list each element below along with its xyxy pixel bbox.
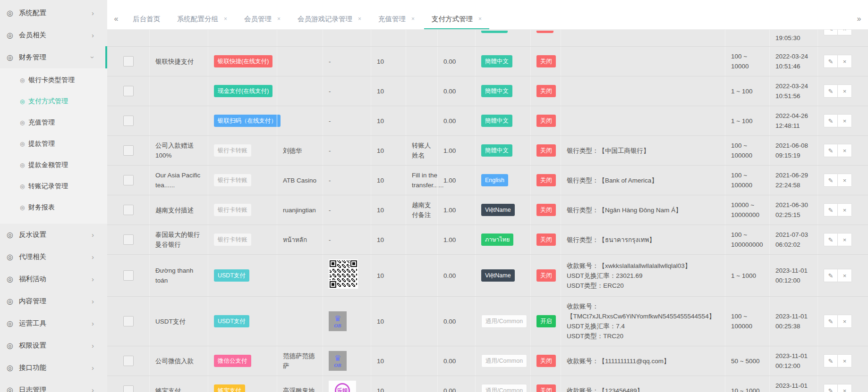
delete-button[interactable]: × (838, 144, 852, 157)
tabs-scroll-right-icon[interactable]: » (850, 8, 868, 29)
row-checkbox[interactable] (123, 316, 134, 326)
fee-value: 1.00 (443, 205, 456, 215)
remark-cell (406, 255, 437, 296)
tab[interactable]: 会员管理× (237, 8, 288, 29)
limit-cell: 100 ~ 100000 (725, 166, 769, 195)
count-value: 10 (377, 235, 384, 245)
row-checkbox[interactable] (123, 145, 134, 156)
sidebar-subitem-label: 财务报表 (28, 203, 107, 212)
tab[interactable]: 支付方式管理× (424, 8, 489, 29)
status-badge[interactable]: 开启 (536, 315, 556, 327)
language-badge: 簡體中文 (481, 55, 512, 67)
row-checkbox[interactable] (123, 385, 134, 392)
sidebar-item[interactable]: ◎接口功能› (0, 357, 107, 379)
sidebar-subitem[interactable]: ◎提款金额管理 (0, 154, 107, 175)
edit-button[interactable]: ✎ (824, 84, 838, 98)
edit-button[interactable]: ✎ (824, 384, 838, 392)
type-cell: 银联扫码（在线支付） (208, 106, 277, 135)
sidebar-item[interactable]: ◎运营工具› (0, 312, 107, 334)
edit-button[interactable]: ✎ (824, 30, 838, 35)
status-badge[interactable]: 关闭 (536, 55, 556, 67)
edit-button[interactable]: ✎ (824, 174, 838, 187)
row-checkbox[interactable] (123, 205, 134, 215)
row-checkbox[interactable] (123, 175, 134, 185)
status-badge[interactable]: 关闭 (536, 174, 556, 186)
tab-close-icon[interactable]: × (411, 16, 415, 22)
status-badge[interactable]: 关闭 (536, 234, 556, 246)
sidebar-item[interactable]: ◎反水设置› (0, 224, 107, 246)
delete-button[interactable]: × (838, 55, 852, 68)
row-checkbox[interactable] (123, 270, 134, 281)
delete-button[interactable]: × (838, 174, 852, 187)
chevron-right-icon: › (92, 231, 94, 238)
delete-button[interactable]: × (838, 114, 852, 127)
tab[interactable]: 充值管理× (371, 8, 422, 29)
sidebar-subitem[interactable]: ◎财务报表 (0, 197, 107, 218)
edit-button[interactable]: ✎ (824, 144, 838, 157)
type-cell: 银行卡转账 (208, 195, 277, 225)
tab-close-icon[interactable]: × (277, 16, 281, 22)
name-cell: 银联快捷支付 (149, 47, 208, 76)
sidebar-subitem[interactable]: ◎支付方式管理 (0, 91, 107, 112)
row-checkbox[interactable] (123, 86, 134, 96)
edit-button[interactable]: ✎ (824, 114, 838, 127)
delete-button[interactable]: × (838, 233, 852, 246)
status-badge[interactable]: 关闭 (536, 204, 556, 216)
tab[interactable]: 后台首页 (125, 8, 168, 29)
delete-button[interactable]: × (838, 384, 852, 392)
edit-button[interactable]: ✎ (824, 269, 838, 282)
sidebar-item[interactable]: ◎内容管理› (0, 290, 107, 312)
sidebar-item[interactable]: ◎代理相关› (0, 246, 107, 268)
edit-button[interactable]: ✎ (824, 203, 838, 217)
limit-range: 100 ~ 10000 (731, 51, 765, 71)
status-badge[interactable]: 关闭 (536, 269, 556, 282)
status-badge[interactable]: 关闭 (536, 144, 556, 157)
delete-button[interactable]: × (838, 354, 852, 367)
limit-range: 100 ~ 100000 (731, 311, 765, 331)
sidebar-item[interactable]: ◎财务管理› (0, 46, 107, 68)
sidebar-item[interactable]: ◎日志管理› (0, 379, 107, 392)
edit-button[interactable]: ✎ (824, 233, 838, 246)
row-checkbox[interactable] (123, 356, 134, 366)
status-badge[interactable]: 关闭 (536, 115, 556, 127)
edit-button[interactable]: ✎ (824, 354, 838, 367)
sidebar-item[interactable]: ◎会员相关› (0, 24, 107, 46)
language-cell: 簡體中文 (475, 76, 530, 106)
action-button-group: ✎× (824, 55, 852, 68)
account-cell: หน้าหลัก (277, 225, 323, 254)
sidebar-item[interactable]: ◎系统配置› (0, 2, 107, 24)
empty-cell (323, 30, 371, 46)
sidebar-item[interactable]: ◎权限设置› (0, 334, 107, 357)
update-time: 2023-11-01 00:12:00 (775, 266, 813, 285)
delete-button[interactable]: × (838, 269, 852, 282)
sidebar-subitem[interactable]: ◎提款管理 (0, 133, 107, 154)
tab-close-icon[interactable]: × (478, 16, 482, 22)
sidebar-item[interactable]: ◎福利活动› (0, 268, 107, 290)
dash-placeholder: - (329, 57, 331, 67)
sidebar-subitem[interactable]: ◎充值管理 (0, 112, 107, 133)
count-value: 10 (377, 356, 384, 366)
sidebar-subitem[interactable]: ◎转账记录管理 (0, 175, 107, 197)
edit-button[interactable]: ✎ (824, 315, 838, 328)
update-time: 2023-11-01 00:25:38 (775, 311, 813, 331)
delete-button[interactable]: × (838, 30, 852, 35)
row-checkbox[interactable] (123, 56, 134, 67)
bank-info-cell (561, 47, 725, 76)
tab-close-icon[interactable]: × (224, 16, 227, 22)
status-badge[interactable]: 关闭 (536, 384, 556, 392)
delete-button[interactable]: × (838, 84, 852, 98)
delete-button[interactable]: × (838, 203, 852, 217)
row-checkbox[interactable] (123, 234, 134, 245)
sidebar-subitem[interactable]: ◎银行卡类型管理 (0, 69, 107, 91)
status-badge[interactable]: 关闭 (536, 355, 556, 367)
media-cell: - (323, 47, 371, 76)
row-checkbox[interactable] (123, 116, 134, 126)
delete-button[interactable]: × (838, 315, 852, 328)
edit-button[interactable]: ✎ (824, 55, 838, 68)
fee-cell: 0.00 (437, 76, 475, 106)
tab[interactable]: 系统配置分组× (170, 8, 235, 29)
tab-close-icon[interactable]: × (358, 16, 361, 22)
status-badge[interactable]: 关闭 (536, 85, 556, 97)
tab[interactable]: 会员游戏记录管理× (290, 8, 369, 29)
tabs-scroll-left-icon[interactable]: « (107, 8, 125, 29)
